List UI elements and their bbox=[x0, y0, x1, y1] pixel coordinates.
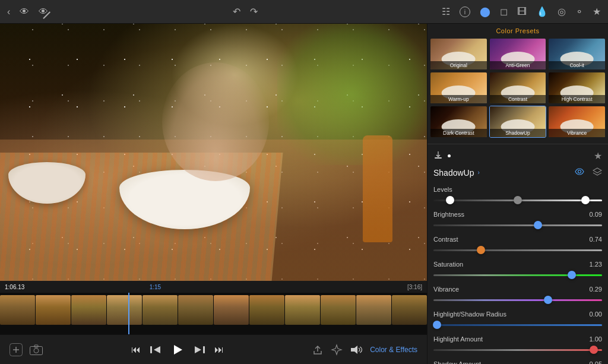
main-area: 1:06.13 1:15 [3:16] bbox=[0, 24, 608, 364]
brightness-label: Brightness bbox=[433, 211, 464, 218]
timeline-strip bbox=[0, 295, 427, 325]
preset-cool-it[interactable]: Cool-it bbox=[548, 38, 606, 70]
star-icon[interactable]: ★ bbox=[593, 6, 601, 17]
shadow-amount-label: Shadow Amount bbox=[433, 360, 481, 364]
box-icon[interactable]: ◻ bbox=[500, 6, 508, 17]
panel-dot bbox=[448, 154, 451, 157]
highlight-amount-bg bbox=[433, 349, 602, 351]
effect-controls[interactable]: Levels Brightness 0.09 bbox=[428, 181, 608, 364]
saturation-bg bbox=[433, 274, 602, 276]
contrast-track[interactable] bbox=[433, 245, 602, 255]
share-icon[interactable] bbox=[312, 344, 324, 356]
toolbar-left: ‹ 👁 👁 bbox=[7, 7, 48, 17]
shadow-amount-slider-row: Shadow Amount -0.05 bbox=[428, 358, 608, 364]
brightness-slider-row: Brightness 0.09 bbox=[428, 208, 608, 233]
eye-icon[interactable]: 👁 bbox=[20, 7, 29, 17]
magic-icon[interactable] bbox=[331, 344, 343, 356]
play-button[interactable] bbox=[170, 343, 185, 357]
add-button[interactable] bbox=[10, 343, 23, 356]
user-icon[interactable]: ⚬ bbox=[575, 6, 583, 17]
highlight-shadow-radius-thumb[interactable] bbox=[433, 321, 441, 329]
brightness-fill bbox=[433, 224, 538, 226]
video-frame bbox=[0, 24, 427, 281]
strip-segment bbox=[36, 295, 71, 325]
levels-thumb-mid[interactable] bbox=[514, 196, 522, 204]
svg-rect-10 bbox=[435, 157, 442, 159]
undo-icon[interactable]: ↶ bbox=[233, 6, 240, 17]
strip-segment bbox=[321, 295, 356, 325]
saturation-slider-row: Saturation 1.23 bbox=[428, 258, 608, 283]
levels-track[interactable] bbox=[433, 195, 602, 205]
eye-slash-icon[interactable]: 👁 bbox=[39, 7, 48, 17]
highlight-shadow-radius-track[interactable] bbox=[433, 320, 602, 330]
saturation-track[interactable] bbox=[433, 270, 602, 280]
preset-original[interactable]: Original bbox=[430, 38, 487, 70]
playhead[interactable] bbox=[128, 293, 129, 334]
droplet-icon[interactable]: 💧 bbox=[536, 6, 548, 17]
vibrance-label: Vibrance bbox=[433, 286, 459, 293]
timeline-area: 1:06.13 1:15 [3:16] bbox=[0, 281, 427, 334]
strip-segment bbox=[285, 295, 320, 325]
strip-segment bbox=[71, 295, 106, 325]
brightness-track[interactable] bbox=[433, 220, 602, 230]
brightness-thumb[interactable] bbox=[534, 221, 542, 229]
grid-icon[interactable]: ☷ bbox=[442, 6, 450, 17]
back-icon[interactable]: ‹ bbox=[7, 7, 10, 17]
step-forward-button[interactable] bbox=[194, 345, 205, 354]
highlight-shadow-radius-slider-row: Highlight/Shadow Radius 0.00 bbox=[428, 308, 608, 333]
info-icon[interactable]: i bbox=[460, 7, 470, 17]
step-back-button[interactable] bbox=[150, 345, 161, 354]
effect-eye-icon[interactable] bbox=[575, 168, 584, 177]
timeline-track[interactable] bbox=[0, 293, 427, 334]
preset-shadowup[interactable]: ShadowUp bbox=[489, 106, 547, 138]
contrast-value: 0.74 bbox=[590, 236, 602, 243]
preset-dark-contrast-label: Dark Contrast bbox=[430, 129, 487, 137]
presets-section: Color Presets Original Anti-Green bbox=[428, 24, 608, 141]
volume-button[interactable] bbox=[350, 344, 363, 355]
contrast-fill bbox=[433, 249, 481, 251]
time-marker: 1:15 bbox=[150, 284, 161, 290]
skip-back-button[interactable]: ⏮ bbox=[131, 344, 141, 355]
controls-left bbox=[10, 343, 43, 356]
preset-anti-green[interactable]: Anti-Green bbox=[489, 38, 547, 70]
contrast-slider-row: Contrast 0.74 bbox=[428, 233, 608, 258]
film-icon[interactable]: 🎞 bbox=[517, 7, 527, 17]
preset-shadowup-label: ShadowUp bbox=[490, 129, 546, 137]
vibrance-track[interactable] bbox=[433, 295, 602, 305]
levels-thumb-white[interactable] bbox=[581, 196, 590, 204]
download-icon[interactable] bbox=[433, 150, 443, 162]
preset-high-contrast[interactable]: High Contrast bbox=[548, 72, 606, 104]
svg-marker-6 bbox=[174, 345, 182, 354]
strip-segment bbox=[142, 295, 178, 325]
color-effects-button[interactable]: Color & Effects bbox=[370, 346, 417, 354]
effect-layers-icon[interactable] bbox=[593, 167, 602, 178]
saturation-thumb[interactable] bbox=[568, 271, 576, 279]
controls-right: Color & Effects bbox=[312, 344, 417, 356]
skip-forward-button[interactable]: ⏭ bbox=[214, 344, 224, 355]
color-wheel-icon[interactable]: ⬤ bbox=[480, 6, 490, 17]
strip-segment bbox=[249, 295, 284, 325]
highlight-amount-track[interactable] bbox=[433, 345, 602, 354]
preset-contrast[interactable]: Contrast bbox=[489, 72, 547, 104]
preset-contrast-label: Contrast bbox=[490, 95, 546, 103]
strip-segment bbox=[0, 295, 35, 325]
time-ruler: 1:06.13 1:15 [3:16] bbox=[0, 281, 427, 293]
vibrance-thumb[interactable] bbox=[544, 296, 552, 304]
video-scene bbox=[0, 24, 427, 281]
vibrance-slider-row: Vibrance 0.29 bbox=[428, 283, 608, 308]
target-icon[interactable]: ◎ bbox=[558, 6, 566, 17]
levels-thumb-black[interactable] bbox=[446, 196, 454, 204]
contrast-thumb[interactable] bbox=[477, 246, 485, 254]
highlight-amount-thumb[interactable] bbox=[590, 346, 598, 354]
preset-vibrance-label: Vibrance bbox=[549, 129, 605, 137]
camera-button[interactable] bbox=[30, 344, 43, 355]
preset-vibrance[interactable]: Vibrance bbox=[548, 106, 606, 138]
effect-name: ShadowUp bbox=[433, 168, 474, 178]
redo-icon[interactable]: ↷ bbox=[250, 6, 258, 17]
video-container bbox=[0, 24, 427, 281]
preset-warm-up[interactable]: Warm-up bbox=[430, 72, 487, 104]
preset-dark-contrast[interactable]: Dark Contrast bbox=[430, 106, 487, 138]
panel-star-icon[interactable]: ★ bbox=[594, 150, 602, 162]
time-current: 1:06.13 bbox=[5, 284, 24, 290]
highlight-amount-value: 1.00 bbox=[590, 335, 602, 343]
